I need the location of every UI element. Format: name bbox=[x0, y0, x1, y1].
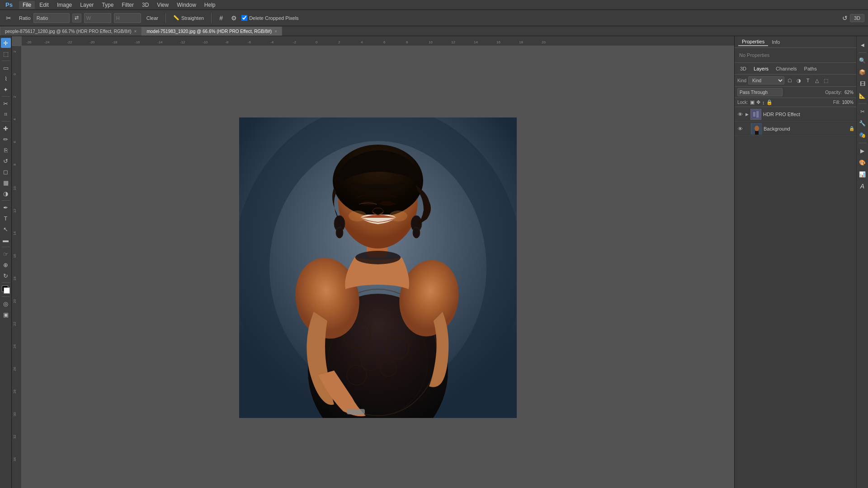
blend-mode-row: Pass Through Normal Dissolve Multiply Sc… bbox=[735, 87, 856, 98]
zoom-tool[interactable]: ⊕ bbox=[1, 260, 11, 270]
right-icon-histogram[interactable]: 📊 bbox=[858, 169, 868, 179]
move-tool[interactable]: ✛ bbox=[1, 38, 11, 48]
lock-all-btn[interactable]: 🔒 bbox=[766, 99, 773, 105]
path-select-tool[interactable]: ↖ bbox=[1, 224, 11, 234]
straighten-button[interactable]: 📏 Straighten bbox=[170, 14, 207, 22]
kind-filter-select[interactable]: Kind Name Effect Mode Attribute Color Sm… bbox=[748, 76, 784, 84]
dodge-tool[interactable]: ◑ bbox=[1, 188, 11, 198]
right-icon-mask[interactable]: 🎭 bbox=[858, 130, 868, 140]
tab-1-label: model-751983_1920.jpg @ 66.6% (HDR PRO E… bbox=[146, 29, 272, 34]
lock-transparent-pixels-btn[interactable]: ▣ bbox=[750, 99, 755, 105]
menu-filter[interactable]: Filter bbox=[118, 1, 137, 9]
healing-tool[interactable]: ✚ bbox=[1, 123, 11, 133]
right-icon-paint[interactable]: 🎨 bbox=[858, 158, 868, 168]
tab-info[interactable]: Info bbox=[768, 38, 783, 46]
brush-tool[interactable]: ✏ bbox=[1, 134, 11, 144]
tab-0[interactable]: people-875617_1280.jpg @ 66.7% (HDR PRO … bbox=[0, 27, 142, 36]
tab-channels[interactable]: Channels bbox=[773, 65, 799, 72]
selection-tool[interactable]: ▭ bbox=[1, 63, 11, 73]
lock-position-btn[interactable]: ↕ bbox=[762, 100, 765, 105]
swap-dimensions-button[interactable]: ⇄ bbox=[72, 14, 81, 23]
right-icon-wrench[interactable]: 🔧 bbox=[858, 118, 868, 128]
tab-layers[interactable]: Layers bbox=[751, 65, 771, 72]
right-icon-search[interactable]: 🔍 bbox=[858, 56, 868, 66]
ratio-select[interactable]: Ratio Original Ratio 1:1 4:5 5:7 2:3 16:… bbox=[33, 13, 70, 23]
quick-mask-tool[interactable]: ◎ bbox=[1, 299, 11, 309]
right-icon-type[interactable]: A bbox=[858, 181, 868, 191]
menu-window[interactable]: Window bbox=[173, 1, 200, 9]
crop-tool[interactable]: ✂ bbox=[1, 99, 11, 108]
main-layout: ✛ ⬚ ▭ ⌇ ✦ ✂ ⌗ ✚ ✏ ⎘ ↺ ◻ ▦ ◑ ✒ T ↖ ▬ ☞ ⊕ … bbox=[0, 36, 868, 488]
layer-expand-icon[interactable]: ▶ bbox=[745, 112, 749, 117]
svg-rect-26 bbox=[753, 112, 756, 117]
tab-1[interactable]: model-751983_1920.jpg @ 66.6% (HDR PRO E… bbox=[142, 27, 282, 36]
background-swatch[interactable] bbox=[4, 287, 10, 294]
delete-cropped-pixels-label: Delete Cropped Pixels bbox=[241, 15, 298, 21]
filter-smart-objects-btn[interactable]: ⬚ bbox=[822, 77, 830, 84]
filter-shape-layers-btn[interactable]: △ bbox=[813, 77, 821, 84]
lasso-tool[interactable]: ⌇ bbox=[1, 74, 11, 84]
filter-type-layers-btn[interactable]: T bbox=[804, 77, 811, 84]
eyedropper-tool[interactable]: ⌗ bbox=[1, 109, 11, 119]
tab-properties[interactable]: Properties bbox=[738, 38, 768, 46]
tab-3d[interactable]: 3D bbox=[737, 65, 749, 72]
menu-type[interactable]: Type bbox=[98, 1, 117, 9]
canvas-area[interactable] bbox=[22, 46, 734, 488]
menu-3d[interactable]: 3D bbox=[138, 1, 152, 9]
rotate-view-tool[interactable]: ↻ bbox=[1, 271, 11, 281]
hand-tool[interactable]: ☞ bbox=[1, 249, 11, 259]
type-tool[interactable]: T bbox=[1, 213, 11, 223]
eraser-tool[interactable]: ◻ bbox=[1, 167, 11, 177]
foreground-background-swatch[interactable] bbox=[1, 285, 11, 295]
menu-image[interactable]: Image bbox=[53, 1, 75, 9]
rotate-button[interactable]: ↺ bbox=[840, 13, 850, 23]
lock-image-pixels-btn[interactable]: ✥ bbox=[756, 99, 760, 105]
layer-item-hdr-pro-effect[interactable]: 👁 ▶ HDR PRO Effect bbox=[735, 107, 856, 122]
crop-settings-button[interactable]: ⚙ bbox=[229, 13, 239, 23]
tab-1-close[interactable]: × bbox=[274, 29, 277, 34]
artboard-tool[interactable]: ⬚ bbox=[1, 49, 11, 59]
right-icon-filmstrip[interactable]: 🎞 bbox=[858, 79, 868, 89]
quick-select-tool[interactable]: ✦ bbox=[1, 84, 11, 94]
right-icon-collapse[interactable]: ◀ bbox=[858, 40, 868, 50]
gradient-tool[interactable]: ▦ bbox=[1, 178, 11, 188]
filter-pixel-layers-btn[interactable]: ☖ bbox=[786, 77, 793, 84]
clear-button[interactable]: Clear bbox=[144, 14, 161, 22]
full-right-panel: Properties Info No Properties 3D Layers … bbox=[734, 36, 868, 488]
layer-visibility-bg[interactable]: 👁 bbox=[736, 125, 744, 132]
shape-tool[interactable]: ▬ bbox=[1, 235, 11, 245]
blend-mode-select[interactable]: Pass Through Normal Dissolve Multiply Sc… bbox=[737, 88, 783, 96]
straighten-icon: 📏 bbox=[173, 15, 179, 21]
right-icon-libraries[interactable]: 📦 bbox=[858, 67, 868, 77]
layer-thumbnail-bg bbox=[751, 123, 762, 134]
tool-separator-7 bbox=[2, 296, 10, 297]
layer-visibility-hdr[interactable]: 👁 bbox=[736, 111, 744, 118]
menu-edit[interactable]: Edit bbox=[36, 1, 52, 9]
layer-lock-icon: 🔒 bbox=[849, 126, 854, 131]
width-input[interactable] bbox=[84, 13, 111, 23]
clone-stamp-tool[interactable]: ⎘ bbox=[1, 145, 11, 155]
menu-view[interactable]: View bbox=[153, 1, 172, 9]
tool-separator-4 bbox=[2, 200, 10, 201]
filter-adjustment-layers-btn[interactable]: ◑ bbox=[795, 77, 802, 84]
right-icon-sep1 bbox=[859, 52, 867, 53]
tool-separator-3 bbox=[2, 121, 10, 122]
menu-help[interactable]: Help bbox=[201, 1, 219, 9]
tab-0-close[interactable]: × bbox=[134, 29, 137, 34]
right-main-panel: Properties Info No Properties 3D Layers … bbox=[735, 36, 856, 488]
history-brush-tool[interactable]: ↺ bbox=[1, 156, 11, 166]
layer-item-background[interactable]: 👁 Background 🔒 bbox=[735, 122, 856, 136]
menu-layer[interactable]: Layer bbox=[76, 1, 97, 9]
tool-separator-2 bbox=[2, 96, 10, 97]
screen-mode-btn[interactable]: ▣ bbox=[1, 310, 11, 319]
lock-label: Lock: bbox=[737, 100, 748, 105]
grid-overlay-button[interactable]: # bbox=[216, 13, 226, 23]
delete-cropped-pixels-checkbox[interactable] bbox=[241, 15, 247, 21]
right-icon-scissors[interactable]: ✂ bbox=[858, 107, 868, 117]
tab-paths[interactable]: Paths bbox=[802, 65, 820, 72]
right-icon-align[interactable]: 📐 bbox=[858, 91, 868, 101]
right-icon-play[interactable]: ▶ bbox=[858, 146, 868, 156]
menu-file[interactable]: File bbox=[19, 1, 35, 9]
pen-tool[interactable]: ✒ bbox=[1, 202, 11, 212]
height-input[interactable] bbox=[114, 13, 141, 23]
